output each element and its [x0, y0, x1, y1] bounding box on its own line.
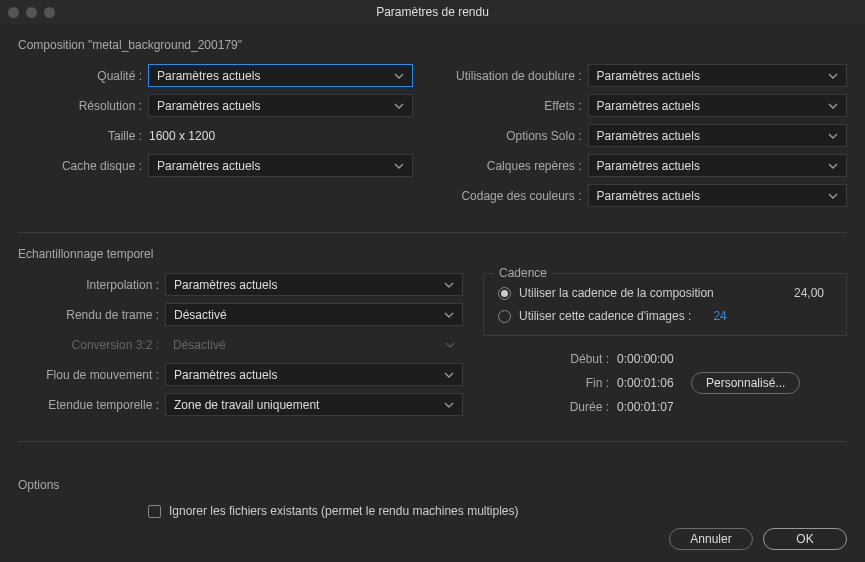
resolution-value: Paramètres actuels — [157, 99, 260, 113]
chevron-down-icon — [828, 71, 838, 81]
frame-rate-input[interactable]: 24 — [713, 309, 726, 323]
effects-label: Effets : — [453, 99, 588, 113]
disk-cache-label: Cache disque : — [18, 159, 148, 173]
motion-blur-value: Paramètres actuels — [174, 368, 277, 382]
divider — [18, 441, 847, 442]
resolution-select[interactable]: Paramètres actuels — [148, 94, 413, 117]
end-label: Fin : — [483, 376, 609, 390]
chevron-down-icon — [444, 370, 454, 380]
guide-layers-value: Paramètres actuels — [597, 159, 700, 173]
solo-select[interactable]: Paramètres actuels — [588, 124, 848, 147]
chevron-down-icon — [444, 310, 454, 320]
use-this-frame-rate-radio[interactable] — [498, 310, 511, 323]
chevron-down-icon — [394, 161, 404, 171]
start-label: Début : — [483, 352, 609, 366]
chevron-down-icon — [444, 280, 454, 290]
quality-label: Qualité : — [18, 69, 148, 83]
solo-value: Paramètres actuels — [597, 129, 700, 143]
proxy-label: Utilisation de doublure : — [453, 69, 588, 83]
chevron-down-icon — [828, 131, 838, 141]
cancel-button[interactable]: Annuler — [669, 528, 753, 550]
field-render-value: Désactivé — [174, 308, 227, 322]
temporal-sampling-title: Echantillonnage temporel — [18, 247, 847, 261]
quality-value: Paramètres actuels — [157, 69, 260, 83]
interpolation-label: Interpolation : — [18, 278, 165, 292]
chevron-down-icon — [394, 101, 404, 111]
window-controls — [8, 7, 55, 18]
color-depth-value: Paramètres actuels — [597, 189, 700, 203]
disk-cache-value: Paramètres actuels — [157, 159, 260, 173]
resolution-label: Résolution : — [18, 99, 148, 113]
chevron-down-icon — [828, 191, 838, 201]
chevron-down-icon — [828, 101, 838, 111]
motion-blur-select[interactable]: Paramètres actuels — [165, 363, 463, 386]
quality-select[interactable]: Paramètres actuels — [148, 64, 413, 87]
divider — [18, 232, 847, 233]
pulldown-label: Conversion 3:2 : — [18, 338, 165, 352]
duration-value: 0:00:01:07 — [617, 400, 683, 414]
minimize-window-icon[interactable] — [26, 7, 37, 18]
chevron-down-icon — [445, 340, 455, 350]
frame-rate-legend: Cadence — [494, 266, 552, 280]
duration-label: Durée : — [483, 400, 609, 414]
skip-existing-label: Ignorer les fichiers existants (permet l… — [169, 504, 518, 518]
pulldown-select: Désactivé — [165, 333, 463, 356]
disk-cache-select[interactable]: Paramètres actuels — [148, 154, 413, 177]
proxy-value: Paramètres actuels — [597, 69, 700, 83]
comp-frame-rate-value: 24,00 — [794, 286, 832, 300]
size-label: Taille : — [18, 129, 148, 143]
time-span-label: Etendue temporelle : — [18, 398, 165, 412]
guide-layers-select[interactable]: Paramètres actuels — [588, 154, 848, 177]
title-bar: Paramètres de rendu — [0, 0, 865, 24]
effects-select[interactable]: Paramètres actuels — [588, 94, 848, 117]
start-value: 0:00:00:00 — [617, 352, 683, 366]
options-title: Options — [18, 478, 847, 492]
field-render-select[interactable]: Désactivé — [165, 303, 463, 326]
guide-layers-label: Calques repères : — [453, 159, 588, 173]
color-depth-select[interactable]: Paramètres actuels — [588, 184, 848, 207]
chevron-down-icon — [444, 400, 454, 410]
ok-button[interactable]: OK — [763, 528, 847, 550]
use-comp-frame-rate-label: Utiliser la cadence de la composition — [519, 286, 714, 300]
interpolation-value: Paramètres actuels — [174, 278, 277, 292]
field-render-label: Rendu de trame : — [18, 308, 165, 322]
composition-name: Composition "metal_background_200179" — [18, 38, 847, 52]
time-span-select[interactable]: Zone de travail uniquement — [165, 393, 463, 416]
window-title: Paramètres de rendu — [376, 5, 489, 19]
solo-label: Options Solo : — [453, 129, 588, 143]
proxy-select[interactable]: Paramètres actuels — [588, 64, 848, 87]
frame-rate-group: Cadence Utiliser la cadence de la compos… — [483, 273, 847, 336]
interpolation-select[interactable]: Paramètres actuels — [165, 273, 463, 296]
chevron-down-icon — [828, 161, 838, 171]
use-this-frame-rate-label: Utiliser cette cadence d'images : — [519, 309, 691, 323]
chevron-down-icon — [394, 71, 404, 81]
skip-existing-checkbox[interactable] — [148, 505, 161, 518]
color-depth-label: Codage des couleurs : — [453, 189, 588, 203]
use-comp-frame-rate-radio[interactable] — [498, 287, 511, 300]
maximize-window-icon[interactable] — [44, 7, 55, 18]
pulldown-value: Désactivé — [173, 338, 226, 352]
custom-time-button[interactable]: Personnalisé... — [691, 372, 800, 394]
size-value: 1600 x 1200 — [148, 129, 413, 143]
motion-blur-label: Flou de mouvement : — [18, 368, 165, 382]
effects-value: Paramètres actuels — [597, 99, 700, 113]
close-window-icon[interactable] — [8, 7, 19, 18]
time-span-value: Zone de travail uniquement — [174, 398, 319, 412]
end-value: 0:00:01:06 — [617, 376, 683, 390]
